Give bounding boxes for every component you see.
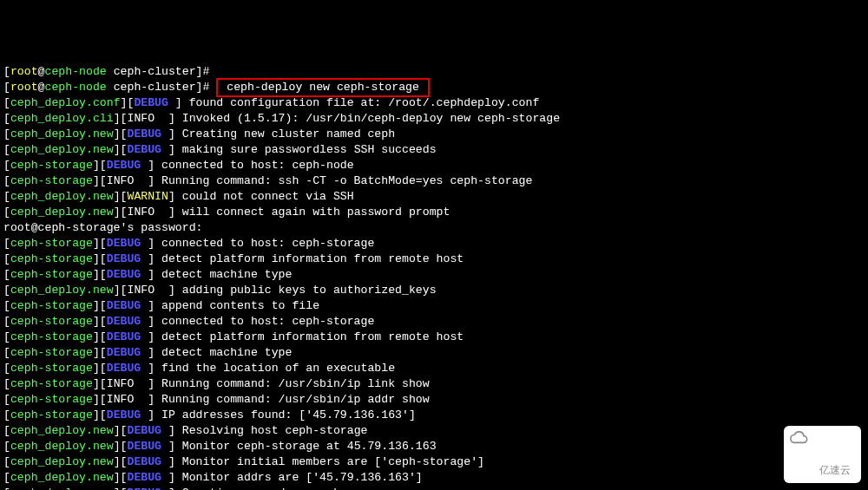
log-module: ceph_deploy.cli <box>10 112 114 125</box>
log-message: Running command: /usr/sbin/ip addr show <box>161 393 430 406</box>
log-level: DEBUG <box>107 362 148 375</box>
log-message: Running command: /usr/sbin/ip link show <box>161 377 430 390</box>
log-message: IP addresses found: ['45.79.136.163'] <box>161 408 416 421</box>
log-message: Monitor initial members are ['ceph-stora… <box>182 455 484 468</box>
log-level: DEBUG <box>107 346 148 359</box>
log-module: ceph_deploy.new <box>10 440 114 453</box>
log-message: connected to host: ceph-storage <box>161 237 374 250</box>
log-message: detect platform information from remote … <box>161 252 464 265</box>
log-line: [ceph_deploy.new][DEBUG ] Monitor initia… <box>3 454 865 470</box>
log-module: ceph-storage <box>10 174 93 187</box>
log-module: ceph-storage <box>10 315 93 328</box>
log-level: DEBUG <box>127 127 168 140</box>
log-module: ceph_deploy.new <box>10 190 114 203</box>
log-module: ceph_deploy.new <box>10 455 114 468</box>
log-level: INFO <box>127 206 168 219</box>
log-message: Resolving host ceph-storage <box>182 424 368 437</box>
log-line: [ceph_deploy.new][DEBUG ] Creating a ran… <box>3 486 865 490</box>
log-module: ceph-storage <box>10 268 93 281</box>
log-level: DEBUG <box>107 299 148 312</box>
log-line: [ceph-storage][INFO ] Running command: /… <box>3 392 865 408</box>
log-message: Monitor addrs are ['45.79.136.163'] <box>182 471 423 484</box>
log-message: find the location of an executable <box>161 362 395 375</box>
log-message: detect machine type <box>161 346 292 359</box>
log-line: [ceph_deploy.new][WARNIN] could not conn… <box>3 189 865 205</box>
cloud-icon <box>789 429 808 445</box>
log-line: [ceph_deploy.new][DEBUG ] Resolving host… <box>3 423 865 439</box>
log-message: Creating new cluster named ceph <box>182 127 395 140</box>
log-line: [ceph-storage][DEBUG ] connected to host… <box>3 158 865 173</box>
log-line: [ceph-storage][DEBUG ] detect platform i… <box>3 330 865 345</box>
shell-prompt[interactable]: [root@ceph-node ceph-cluster]# <box>3 64 865 80</box>
log-message: will connect again with password prompt <box>182 206 450 219</box>
log-module: ceph-storage <box>10 237 93 250</box>
log-message: connected to host: ceph-node <box>161 159 354 172</box>
log-line: [ceph-storage][INFO ] Running command: s… <box>3 173 865 189</box>
log-message: detect platform information from remote … <box>161 330 464 343</box>
log-module: ceph_deploy.new <box>10 206 114 219</box>
log-level: INFO <box>107 377 148 390</box>
log-line: [ceph-storage][DEBUG ] detect platform i… <box>3 252 865 267</box>
log-message: could not connect via SSH <box>182 190 354 203</box>
log-module: ceph-storage <box>10 346 93 359</box>
terminal-output: [root@ceph-node ceph-cluster]#[root@ceph… <box>3 64 865 490</box>
log-module: ceph_deploy.new <box>10 424 114 437</box>
log-module: ceph_deploy.conf <box>10 96 121 109</box>
log-level: DEBUG <box>127 424 168 437</box>
log-line: [ceph_deploy.conf][DEBUG ] found configu… <box>3 95 865 111</box>
log-message: Invoked (1.5.17): /usr/bin/ceph-deploy n… <box>182 112 560 125</box>
log-module: ceph-storage <box>10 299 93 312</box>
log-level: INFO <box>107 393 148 406</box>
log-level: DEBUG <box>107 159 148 172</box>
shell-prompt[interactable]: [root@ceph-node ceph-cluster]# ceph-depl… <box>3 80 865 95</box>
log-message: append contents to file <box>161 299 319 312</box>
log-level: WARNIN <box>127 190 168 203</box>
log-module: ceph-storage <box>10 330 93 343</box>
log-module: ceph_deploy.new <box>10 284 114 297</box>
log-module: ceph-storage <box>10 377 93 390</box>
log-line: [ceph_deploy.new][DEBUG ] Monitor ceph-s… <box>3 439 865 454</box>
log-level: DEBUG <box>107 252 148 265</box>
log-message: Running command: ssh -CT -o BatchMode=ye… <box>161 174 532 187</box>
log-level: DEBUG <box>127 487 168 490</box>
log-line: [ceph-storage][DEBUG ] connected to host… <box>3 236 865 252</box>
log-level: DEBUG <box>127 440 168 453</box>
log-message: detect machine type <box>161 268 292 281</box>
log-line: [ceph-storage][DEBUG ] connected to host… <box>3 314 865 330</box>
log-line: [ceph-storage][INFO ] Running command: /… <box>3 376 865 392</box>
log-level: INFO <box>107 174 148 187</box>
log-module: ceph-storage <box>10 252 93 265</box>
log-module: ceph-storage <box>10 393 93 406</box>
log-level: DEBUG <box>107 268 148 281</box>
log-module: ceph-storage <box>10 362 93 375</box>
log-line: [ceph_deploy.new][INFO ] adding public k… <box>3 283 865 298</box>
log-level: DEBUG <box>107 408 148 421</box>
ssh-password-prompt[interactable]: root@ceph-storage's password: <box>3 220 865 236</box>
log-message: connected to host: ceph-storage <box>161 315 374 328</box>
log-line: [ceph_deploy.new][DEBUG ] making sure pa… <box>3 142 865 158</box>
log-line: [ceph-storage][DEBUG ] IP addresses foun… <box>3 408 865 423</box>
watermark-text: 亿速云 <box>819 464 851 476</box>
log-level: DEBUG <box>107 237 148 250</box>
log-line: [ceph-storage][DEBUG ] detect machine ty… <box>3 267 865 283</box>
log-line: [ceph-storage][DEBUG ] find the location… <box>3 361 865 376</box>
log-line: [ceph_deploy.cli][INFO ] Invoked (1.5.17… <box>3 111 865 127</box>
log-line: [ceph_deploy.new][DEBUG ] Monitor addrs … <box>3 470 865 486</box>
log-module: ceph-storage <box>10 408 93 421</box>
log-message: adding public keys to authorized_keys <box>182 284 437 297</box>
log-module: ceph_deploy.new <box>10 487 114 490</box>
log-level: DEBUG <box>127 455 168 468</box>
log-message: found configuration file at: /root/.ceph… <box>189 96 540 109</box>
entered-command[interactable]: ceph-deploy new ceph-storage <box>216 78 429 97</box>
log-line: [ceph_deploy.new][INFO ] will connect ag… <box>3 205 865 220</box>
log-message: Monitor ceph-storage at 45.79.136.163 <box>182 440 437 453</box>
log-level: DEBUG <box>134 96 174 109</box>
log-level: INFO <box>127 284 168 297</box>
log-message: making sure passwordless SSH succeeds <box>182 143 437 156</box>
log-message: Creating a random mon key... <box>182 487 375 490</box>
log-module: ceph-storage <box>10 159 93 172</box>
watermark-badge: 亿速云 <box>784 426 861 483</box>
log-line: [ceph-storage][DEBUG ] append contents t… <box>3 298 865 314</box>
log-level: DEBUG <box>107 315 148 328</box>
log-module: ceph_deploy.new <box>10 143 114 156</box>
